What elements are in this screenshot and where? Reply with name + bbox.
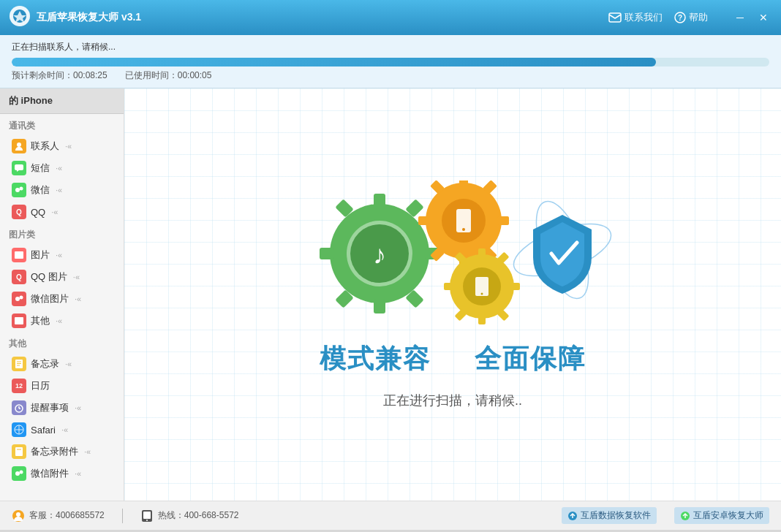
titlebar: 互盾苹果恢复大师 v3.1 联系我们 ? 帮助 ─ ✕ bbox=[0, 0, 781, 35]
svg-point-7 bbox=[20, 187, 23, 191]
calendar-label: 日历 bbox=[31, 379, 50, 392]
sidebar-item-reminder[interactable]: 提醒事项 ·« bbox=[0, 397, 124, 419]
progress-bar-fill bbox=[12, 58, 656, 66]
sidebar-item-wechat[interactable]: 微信 ·« bbox=[0, 179, 124, 201]
svg-rect-24 bbox=[15, 447, 23, 456]
section-label-photo: 图片类 bbox=[0, 223, 124, 244]
photo-label: 图片 bbox=[31, 248, 50, 262]
hotline: 热线：400-668-5572 bbox=[140, 509, 239, 522]
contact-us-button[interactable]: 联系我们 bbox=[608, 11, 663, 24]
qq-label: QQ bbox=[31, 207, 45, 218]
svg-rect-30 bbox=[374, 299, 385, 314]
android-recovery-icon bbox=[680, 511, 690, 521]
svg-point-11 bbox=[20, 296, 23, 300]
section-label-other: 其他 bbox=[0, 332, 124, 353]
sidebar-item-qq[interactable]: Q QQ ·« bbox=[0, 201, 124, 223]
sidebar-item-other[interactable]: 其他 ·« bbox=[0, 310, 124, 332]
sidebar: 的 iPhone 通讯类 联系人 ·« 短信 ·« 微信 ·« Q QQ bbox=[0, 88, 124, 501]
calendar-icon: 12 bbox=[12, 379, 26, 393]
customer-service-label: 客服：4006685572 bbox=[29, 509, 105, 522]
svg-rect-56 bbox=[444, 283, 454, 290]
wechatphoto-icon bbox=[12, 292, 26, 306]
svg-point-4 bbox=[17, 142, 21, 147]
data-recovery-icon bbox=[567, 511, 578, 521]
minimize-button[interactable]: ─ bbox=[731, 9, 749, 26]
svg-point-63 bbox=[481, 292, 483, 294]
qqphoto-icon: Q bbox=[12, 270, 26, 284]
link-android-recovery[interactable]: 互盾安卓恢复大师 bbox=[674, 507, 769, 524]
sidebar-item-qqphoto[interactable]: Q QQ 图片 ·« bbox=[0, 266, 124, 288]
svg-point-70 bbox=[146, 520, 148, 521]
progress-bar-background bbox=[12, 58, 769, 66]
titlebar-actions: 联系我们 ? 帮助 ─ ✕ bbox=[608, 9, 772, 26]
device-name: 的 iPhone bbox=[0, 88, 124, 114]
sidebar-item-wechatatt[interactable]: 微信附件 ·« bbox=[0, 463, 124, 484]
reminder-label: 提醒事项 bbox=[31, 401, 69, 414]
wechatphoto-loading: ·« bbox=[75, 294, 81, 303]
bookmark-label: 备忘录附件 bbox=[31, 445, 78, 458]
svg-rect-32 bbox=[320, 248, 334, 259]
wechatatt-label: 微信附件 bbox=[31, 467, 69, 480]
svg-rect-53 bbox=[478, 248, 486, 259]
svg-point-27 bbox=[20, 471, 23, 474]
remaining-time: 预计剩余时间：00:08:25 bbox=[12, 69, 107, 82]
sidebar-item-calendar[interactable]: 12 日历 bbox=[0, 375, 124, 397]
sidebar-item-sms[interactable]: 短信 ·« bbox=[0, 157, 124, 179]
svg-point-10 bbox=[15, 297, 20, 301]
svg-point-51 bbox=[462, 228, 465, 231]
tagline-text-2: 全面保障 bbox=[475, 341, 586, 377]
link-data-recovery[interactable]: 互盾数据恢复软件 bbox=[562, 507, 657, 524]
bookmark-loading: ·« bbox=[84, 447, 91, 456]
sidebar-item-bookmark[interactable]: 备忘录附件 ·« bbox=[0, 441, 124, 463]
app-title: 互盾苹果恢复大师 v3.1 bbox=[37, 11, 608, 24]
svg-point-67 bbox=[16, 512, 20, 517]
sidebar-item-wechatphoto[interactable]: 微信图片 ·« bbox=[0, 288, 124, 310]
hotline-label: 热线：400-668-5572 bbox=[158, 509, 239, 522]
main-center: ♪ bbox=[277, 180, 628, 409]
sidebar-item-contacts[interactable]: 联系人 ·« bbox=[0, 135, 124, 157]
bookmark-icon bbox=[12, 444, 26, 459]
sidebar-item-notes[interactable]: 备忘录 ·« bbox=[0, 353, 124, 375]
wechatatt-icon bbox=[12, 466, 26, 481]
sms-label: 短信 bbox=[31, 162, 50, 175]
svg-rect-41 bbox=[459, 180, 468, 187]
other-icon bbox=[12, 314, 26, 328]
illustration: ♪ bbox=[277, 180, 628, 327]
notes-icon bbox=[12, 357, 26, 371]
close-button[interactable]: ✕ bbox=[755, 9, 772, 26]
link-data-recovery-label: 互盾数据恢复软件 bbox=[581, 509, 651, 522]
svg-rect-44 bbox=[418, 216, 430, 225]
svg-rect-54 bbox=[478, 314, 486, 324]
sidebar-item-photo[interactable]: 图片 ·« bbox=[0, 244, 124, 266]
customer-service: 客服：4006685572 bbox=[12, 509, 105, 522]
customer-service-icon bbox=[12, 509, 25, 522]
wechatatt-loading: ·« bbox=[75, 469, 81, 478]
sms-icon bbox=[12, 161, 26, 175]
window-controls: ─ ✕ bbox=[731, 9, 772, 26]
scanning-text: 正在进行扫描，请稍候.. bbox=[383, 392, 522, 409]
safari-icon bbox=[12, 422, 26, 437]
scan-progress-area: 正在扫描联系人，请稍候... 预计剩余时间：00:08:25 已使用时间：00:… bbox=[0, 35, 781, 88]
svg-rect-55 bbox=[510, 283, 520, 290]
svg-text:♪: ♪ bbox=[373, 240, 386, 270]
sidebar-item-safari[interactable]: Safari ·« bbox=[0, 419, 124, 441]
svg-point-9 bbox=[16, 253, 18, 255]
qqphoto-loading: ·« bbox=[73, 273, 80, 281]
wechat-label: 微信 bbox=[31, 183, 50, 197]
svg-text:?: ? bbox=[678, 14, 682, 22]
svg-point-13 bbox=[16, 319, 18, 321]
svg-rect-1 bbox=[609, 13, 621, 22]
svg-rect-12 bbox=[15, 317, 23, 324]
qq-icon: Q bbox=[12, 205, 26, 219]
help-button[interactable]: ? 帮助 bbox=[674, 11, 708, 24]
svg-rect-5 bbox=[15, 164, 23, 170]
contacts-loading: ·« bbox=[65, 142, 72, 151]
safari-loading: ·« bbox=[61, 425, 68, 434]
contacts-label: 联系人 bbox=[31, 140, 59, 153]
footer-divider-1 bbox=[122, 509, 123, 523]
notes-label: 备忘录 bbox=[31, 357, 59, 370]
svg-rect-69 bbox=[143, 512, 151, 519]
photo-icon bbox=[12, 248, 26, 262]
other-label: 其他 bbox=[31, 314, 50, 327]
tagline: 模式兼容 全面保障 bbox=[320, 341, 586, 377]
